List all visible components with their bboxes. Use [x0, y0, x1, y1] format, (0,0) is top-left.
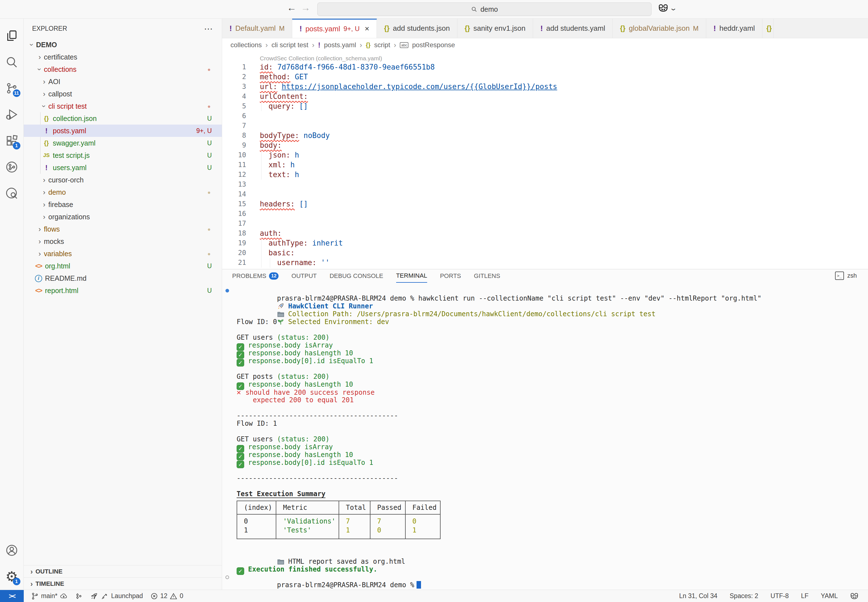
tree-folder-demo[interactable]: › demo ● — [24, 186, 222, 198]
panel-tab-terminal[interactable]: TERMINAL — [396, 269, 427, 283]
panel-tab-problems[interactable]: PROBLEMS 12 — [232, 269, 278, 283]
tree-file-org-html[interactable]: <> org.html U — [24, 260, 222, 272]
tree-file-test-script-js[interactable]: JS test script.js U — [24, 149, 222, 161]
breadcrumb-posts-yaml[interactable]: posts.yaml — [324, 41, 356, 49]
copilot-status-icon[interactable] — [850, 593, 859, 600]
yaml-file-icon: ! — [540, 24, 543, 33]
problems-item[interactable]: 12 0 — [150, 592, 183, 600]
tree-file-readme-md[interactable]: i README.md — [24, 272, 222, 284]
code-line: 10json: h — [222, 150, 868, 160]
terminal-instance-item[interactable]: >_ zsh — [835, 272, 857, 280]
search-view-icon[interactable] — [0, 49, 24, 75]
cursor-position-item[interactable]: Ln 31, Col 34 — [679, 592, 717, 600]
indent-guide — [270, 258, 270, 267]
outline-section[interactable]: › OUTLINE — [24, 565, 222, 577]
breadcrumb-collections[interactable]: collections — [230, 41, 262, 49]
tab-add-students-json[interactable]: {} add students.json — [377, 19, 457, 38]
code-inspect-view-icon[interactable] — [0, 180, 24, 206]
breadcrumb-cli-script-test[interactable]: cli script test — [272, 41, 309, 49]
schema-hint[interactable]: CrowdSec Collection (collection_schema.y… — [260, 55, 868, 62]
tree-file-posts-yaml[interactable]: ! posts.yaml 9+, U — [24, 124, 222, 137]
tree-folder-collections[interactable]: › collections ● — [24, 63, 222, 75]
code-line: 8bodyType: noBody — [222, 131, 868, 141]
tab-heddr-yaml[interactable]: ! heddr.yaml — [706, 19, 763, 38]
copilot-icon[interactable] — [658, 4, 668, 12]
tab-globalvariable-json[interactable]: {} globalVariable.json M — [613, 19, 706, 38]
yaml-key: xml: — [269, 161, 286, 169]
commit-graph-item[interactable] — [75, 592, 83, 600]
language-mode-item[interactable]: YAML — [821, 592, 838, 600]
tree-folder-cli-script-test[interactable]: › cli script test ● — [24, 100, 222, 112]
terminal-line: ✓response.body[0].id isEqualTo 1 — [222, 459, 868, 467]
more-actions-icon[interactable]: ⋯ — [204, 23, 214, 34]
tree-folder-callpost[interactable]: › callpost — [24, 88, 222, 100]
eol-item[interactable]: LF — [801, 592, 808, 600]
code-line: 15headers: [] — [222, 199, 868, 209]
settings-gear-icon[interactable]: ⚙ 1 — [0, 564, 24, 590]
explorer-view-icon[interactable] — [0, 23, 24, 49]
bottom-panel: PROBLEMS 12 OUTPUT DEBUG CONSOLE TERMINA… — [222, 269, 868, 590]
git-status-badge: U — [207, 140, 212, 147]
breadcrumb-postresponse[interactable]: postResponse — [412, 41, 455, 49]
tab-posts-yaml[interactable]: ! posts.yaml 9+, U × — [292, 19, 377, 38]
command-decoration-icon[interactable] — [226, 576, 229, 579]
tree-folder-organizations[interactable]: › organizations — [24, 210, 222, 223]
remote-explorer-view-icon[interactable] — [0, 154, 24, 180]
terminal-line — [222, 365, 868, 373]
indent-guide — [261, 170, 261, 180]
tab-sanity-env1-json[interactable]: {} sanity env1.json — [457, 19, 533, 38]
tree-file-users-yaml[interactable]: ! users.yaml U — [24, 161, 222, 174]
close-tab-icon[interactable]: × — [364, 24, 369, 33]
tree-folder-certificates[interactable]: › certificates — [24, 51, 222, 63]
tree-folder-cursor-orch[interactable]: › cursor-orch — [24, 174, 222, 186]
encoding-item[interactable]: UTF-8 — [771, 592, 789, 600]
yaml-file-icon: ! — [713, 24, 716, 33]
panel-tab-gitlens[interactable]: GITLENS — [474, 269, 500, 283]
tree-file-swagger-yaml[interactable]: {} swagger.yaml U — [24, 137, 222, 149]
url-link[interactable]: https://jsonplaceholder.typicode.com/use… — [282, 82, 557, 91]
tree-folder-flows[interactable]: › flows ● — [24, 223, 222, 235]
terminal-output[interactable]: prasra-blrm24@PRASRA-BLRM24 demo % hawkc… — [222, 283, 868, 590]
account-icon[interactable] — [0, 537, 24, 564]
remote-indicator[interactable]: >< — [0, 590, 24, 602]
terminal-line — [222, 427, 868, 435]
yaml-file-icon: ! — [318, 41, 320, 49]
indent-guide — [261, 150, 261, 160]
timeline-section[interactable]: › TIMELINE — [24, 577, 222, 590]
breadcrumb-script[interactable]: script — [374, 41, 390, 49]
tab-overflow-partial[interactable]: {} — [762, 19, 774, 38]
col-index: (index) — [237, 501, 276, 514]
extensions-view-icon[interactable]: 1 — [0, 127, 24, 154]
terminal-line: ✓response.body isArray — [222, 443, 868, 451]
tree-root-demo[interactable]: › DEMO — [24, 38, 222, 51]
run-debug-view-icon[interactable] — [0, 101, 24, 127]
tree-folder-aoi[interactable]: › AOI — [24, 75, 222, 88]
code-line: 7 — [222, 121, 868, 131]
tab-default-yaml[interactable]: ! Default.yaml M — [222, 19, 292, 38]
source-control-view-icon[interactable]: 11 — [0, 75, 24, 101]
copilot-menu-chevron-icon[interactable]: ⌄ — [669, 4, 677, 12]
panel-tab-ports[interactable]: PORTS — [440, 269, 461, 283]
panel-tab-debug-console[interactable]: DEBUG CONSOLE — [330, 269, 383, 283]
indentation-item[interactable]: Spaces: 2 — [730, 592, 758, 600]
panel-tab-output[interactable]: OUTPUT — [291, 269, 316, 283]
branch-item[interactable]: main* — [31, 592, 68, 600]
tree-folder-mocks[interactable]: › mocks — [24, 235, 222, 247]
tree-file-report-html[interactable]: <> report.html U — [24, 284, 222, 297]
modified-dot-badge: ● — [207, 67, 210, 72]
command-center-search[interactable]: demo — [317, 3, 651, 16]
launchpad-item[interactable]: Launchpad — [90, 592, 143, 600]
back-icon[interactable]: ← — [286, 2, 298, 13]
tree-file-collection-json[interactable]: {} collection.json U — [24, 112, 222, 124]
yaml-value: [] — [299, 102, 308, 111]
code-editor[interactable]: CrowdSec Collection (collection_schema.y… — [222, 52, 868, 269]
cross-icon: ✕ — [237, 388, 241, 396]
tree-folder-variables[interactable]: › variables ● — [24, 247, 222, 260]
forward-icon[interactable]: → — [300, 2, 312, 13]
tree-folder-firebase[interactable]: › firebase — [24, 198, 222, 210]
tab-add-students-yaml[interactable]: ! add students.yaml — [533, 19, 613, 38]
command-decoration-icon[interactable] — [226, 289, 229, 292]
code-line: 6 — [222, 111, 868, 121]
json-file-icon: {} — [620, 24, 625, 32]
yaml-key: urlContent: — [260, 92, 308, 101]
